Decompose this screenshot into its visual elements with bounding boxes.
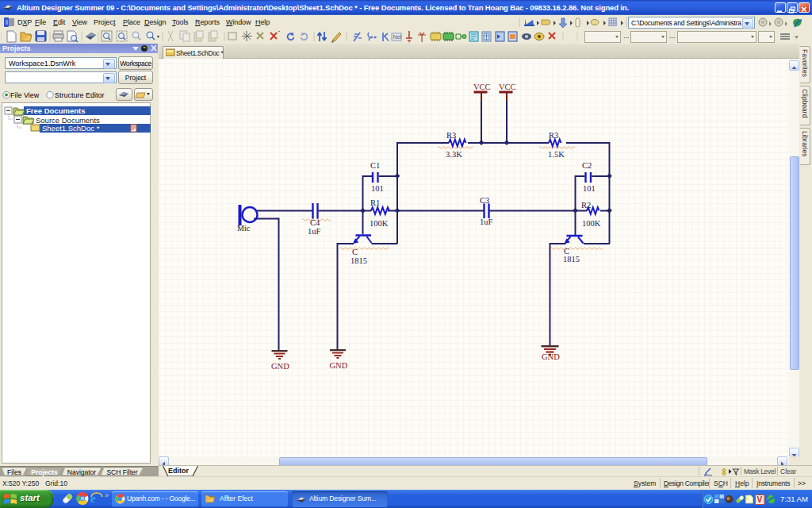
svg-text:100K: 100K bbox=[582, 219, 601, 228]
svg-text:1815: 1815 bbox=[350, 256, 367, 265]
svg-text:1uF: 1uF bbox=[308, 227, 321, 236]
svg-text:GND: GND bbox=[542, 352, 560, 361]
svg-text:C: C bbox=[352, 248, 358, 256]
svg-text:1815: 1815 bbox=[563, 255, 580, 264]
svg-text:101: 101 bbox=[371, 184, 384, 193]
svg-text:Mic: Mic bbox=[237, 224, 251, 233]
svg-text:3.3K: 3.3K bbox=[446, 150, 462, 159]
svg-text:VCC: VCC bbox=[473, 83, 491, 91]
svg-text:C3: C3 bbox=[480, 196, 489, 205]
svg-text:R2: R2 bbox=[581, 201, 591, 210]
svg-text:Sheet1.SchDoc *: Sheet1.SchDoc * bbox=[42, 124, 100, 133]
svg-text:»: » bbox=[105, 491, 109, 499]
svg-text:R1: R1 bbox=[370, 198, 380, 207]
svg-text:GND: GND bbox=[330, 361, 348, 370]
svg-text:Source Documents: Source Documents bbox=[36, 116, 100, 125]
svg-text:V: V bbox=[757, 495, 763, 504]
svg-text:101: 101 bbox=[583, 184, 596, 193]
svg-text:Free Documents: Free Documents bbox=[26, 106, 85, 115]
svg-text:100K: 100K bbox=[370, 219, 389, 228]
svg-text:1.5K: 1.5K bbox=[548, 150, 565, 159]
svg-text:R3: R3 bbox=[446, 131, 456, 140]
svg-text:VCC: VCC bbox=[499, 83, 516, 91]
svg-text:C1: C1 bbox=[370, 161, 380, 170]
svg-text:C4: C4 bbox=[310, 218, 320, 227]
svg-text:1uF: 1uF bbox=[480, 217, 493, 226]
svg-text:R3: R3 bbox=[549, 131, 558, 140]
svg-text:Net: Net bbox=[393, 34, 402, 40]
svg-text:GND: GND bbox=[271, 362, 289, 371]
svg-text:C2: C2 bbox=[582, 161, 592, 170]
